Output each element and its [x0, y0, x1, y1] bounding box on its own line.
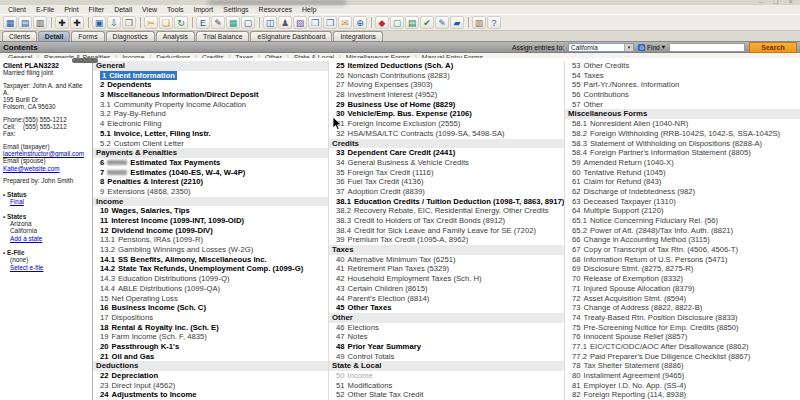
help-icon[interactable]: ? [487, 16, 501, 29]
contents-item-45[interactable]: 45Other Taxes [329, 303, 564, 313]
contents-item-58-3[interactable]: 58.3Statement of Withholding on Disposit… [565, 139, 800, 149]
notes-icon[interactable]: ▰ [450, 16, 464, 29]
print-icon[interactable]: ▥ [33, 16, 47, 29]
contents-item-48[interactable]: 48Prior Year Summary [329, 342, 564, 352]
contents-item-12[interactable]: 12Dividend Income (1099-DIV) [93, 226, 328, 236]
contents-item-51[interactable]: 51Modifications [329, 381, 564, 391]
email-taxpayer-link[interactable]: lacerteinstructor@gmail.com [3, 150, 84, 157]
contents-item-43[interactable]: 43Certain Children (8615) [329, 284, 564, 294]
contents-item-36[interactable]: 36Fuel Tax Credit (4136) [329, 177, 564, 187]
email-spouse-link[interactable]: Katie@website.com [3, 165, 60, 172]
contents-item-80[interactable]: 80Installment Agreement (9465) [565, 371, 800, 381]
contents-item-33[interactable]: 33Dependent Care Credit (2441) [329, 148, 564, 158]
contents-item-4[interactable]: 4Electronic Filing [93, 119, 328, 129]
dropdown-arrow-icon[interactable]: ▼ [624, 44, 633, 51]
contents-item-62[interactable]: 62Discharge of Indebtedness (982) [565, 187, 800, 197]
contents-item-20[interactable]: 20Passthrough K-1's [93, 342, 328, 352]
contents-item-3-1[interactable]: 3.1Community Property Income Allocation [93, 100, 328, 110]
contents-item-49[interactable]: 49Control Totals [329, 352, 564, 362]
monitor-icon[interactable]: ▢ [241, 16, 255, 29]
contents-item-16[interactable]: 16Business Income (Sch. C) [93, 303, 328, 313]
folder-open-icon[interactable]: ❒ [323, 16, 337, 29]
contents-item-44[interactable]: 44Parent's Election (8814) [329, 294, 564, 304]
contents-item-47[interactable]: 47Notes [329, 332, 564, 342]
contents-item-3-2[interactable]: 3.2Pay-By-Refund [93, 109, 328, 119]
tab-clients[interactable]: Clients [2, 31, 37, 41]
contents-item-35[interactable]: 35Foreign Tax Credit (1116) [329, 168, 564, 178]
import-download-icon[interactable]: ⇩ [107, 16, 121, 29]
contents-item-61[interactable]: 61Claim for Refund (843) [565, 177, 800, 187]
contents-item-78[interactable]: 78Tax Shelter Statement (8886) [565, 361, 800, 371]
organizer-folder-icon[interactable]: ❏ [159, 16, 173, 29]
contents-item-11[interactable]: 11Interest Income (1099-INT, 1099-OID) [93, 216, 328, 226]
contents-item-26[interactable]: 26Noncash Contributions (8283) [329, 71, 564, 81]
contents-item-7[interactable]: 7Estimates (1040-ES, W-4, W-4P) [93, 168, 328, 178]
menu-detail[interactable]: Detail [109, 6, 137, 13]
contents-item-30[interactable]: 30Vehicle/Emp. Bus. Expense (2106) [329, 109, 564, 119]
menu-settings[interactable]: Settings [218, 6, 253, 13]
contents-item-77-2[interactable]: 77.2Paid Preparer's Due Diligence Checkl… [565, 352, 800, 362]
contents-item-18[interactable]: 18Rental & Royalty Inc. (Sch. E) [93, 323, 328, 333]
select-efile-link[interactable]: Select e-file [10, 264, 43, 271]
find-button[interactable]: ◎ Find ▾ [638, 43, 665, 51]
contents-item-38-3[interactable]: 38.3Credit to Holders of Tax Credit Bond… [329, 216, 564, 226]
contents-item-1[interactable]: 1Client Information [93, 71, 328, 81]
contents-item-50[interactable]: 50Income [329, 371, 564, 381]
contents-item-63[interactable]: 63Deceased Taxpayer (1310) [565, 197, 800, 207]
contents-item-31[interactable]: 31Foreign Income Exclusion (2555) [329, 119, 564, 129]
contents-item-58-1[interactable]: 58.1Nonresident Alien (1040-NR) [565, 119, 800, 129]
contents-item-76[interactable]: 76Innocent Spouse Relief (8857) [565, 332, 800, 342]
client-status-icon[interactable]: ♟ [278, 16, 292, 29]
contents-item-28[interactable]: 28Investment Interest (4952) [329, 90, 564, 100]
contents-item-65-2[interactable]: 65.2Power of Att. (2848)/Tax Info. Auth.… [565, 226, 800, 236]
contents-item-34[interactable]: 34General Business & Vehicle Credits [329, 158, 564, 168]
tab-forms[interactable]: Forms [71, 31, 104, 41]
refresh-icon[interactable]: ↻ [174, 16, 188, 29]
menu-filter[interactable]: Filter [84, 6, 110, 13]
contents-item-10[interactable]: 10Wages, Salaries, Tips [93, 206, 328, 216]
contents-item-77-1[interactable]: 77.1EIC/CTC/ODC/AOC After Disallowance (… [565, 342, 800, 352]
contents-item-3[interactable]: 3Miscellaneous Information/Direct Deposi… [93, 90, 328, 100]
contents-item-14-1[interactable]: 14.1SS Benefits, Alimony, Miscellaneous … [93, 255, 328, 265]
menu-client[interactable]: Client [3, 6, 31, 13]
menu-tools[interactable]: Tools [162, 6, 188, 13]
pencil-icon[interactable]: ✎ [211, 16, 225, 29]
calendar-icon[interactable]: ▦ [226, 16, 240, 29]
contents-item-14-3[interactable]: 14.3Education Distributions (1099-Q) [93, 274, 328, 284]
contents-item-81[interactable]: 81Employer I.D. No. App. (SS-4) [565, 381, 800, 391]
contents-item-72[interactable]: 72Asset Acquisition Stmt. (8594) [565, 294, 800, 304]
contents-item-38-2[interactable]: 38.2Recovery Rebate, EIC, Residential En… [329, 206, 564, 216]
remote-desktop-icon[interactable]: ▢ [390, 16, 404, 29]
menu-print[interactable]: Print [59, 6, 83, 13]
chart-icon[interactable]: ◫ [263, 16, 277, 29]
contents-item-38-4[interactable]: 38.4Credit for Sick Leave and Family Lea… [329, 226, 564, 236]
contents-item-13-2[interactable]: 13.2Gambling Winnings and Losses (W-2G) [93, 245, 328, 255]
contents-item-64[interactable]: 64Multiple Support (2120) [565, 206, 800, 216]
esignature-check-icon[interactable]: ✔ [420, 16, 434, 29]
window-controls[interactable]: ─ ❐ ✕ [759, 0, 797, 5]
contents-item-13-1[interactable]: 13.1Pensions, IRAs (1099-R) [93, 235, 328, 245]
document-icon[interactable]: ❐ [122, 16, 136, 29]
menu-import[interactable]: Import [188, 6, 218, 13]
contents-item-66[interactable]: 66Change in Accounting Method (3115) [565, 235, 800, 245]
contents-item-29[interactable]: 29Business Use of Home (8829) [329, 100, 564, 110]
contents-item-68[interactable]: 68Information Return of U.S. Persons (54… [565, 255, 800, 265]
contents-item-46[interactable]: 46Elections [329, 323, 564, 333]
contents-item-5-1[interactable]: 5.1Invoice, Letter, Filing Instr. [93, 129, 328, 139]
forms-icon[interactable]: E [196, 16, 210, 29]
contents-item-57[interactable]: 57Other [565, 100, 800, 110]
contents-item-74[interactable]: 74Treaty-Based Rtn. Position Disclosure … [565, 313, 800, 323]
contents-item-42[interactable]: 42Household Employment Taxes (Sch. H) [329, 274, 564, 284]
contents-item-25[interactable]: 25Itemized Deductions (Sch. A) [329, 61, 564, 71]
contents-item-58-2[interactable]: 58.2Foreign Withholding (RRB-1042S, 1042… [565, 129, 800, 139]
add-client-icon[interactable]: ✚ [55, 16, 69, 29]
tab-detail[interactable]: Detail [38, 31, 71, 41]
contents-item-58-4[interactable]: 58.4Foreign Partner's Information Statem… [565, 148, 800, 158]
contents-item-67[interactable]: 67Copy or Transcript of Tax Rtn. (4506, … [565, 245, 800, 255]
tab-diagnostics[interactable]: Diagnostics [106, 31, 155, 41]
contents-item-56[interactable]: 56Contributions [565, 90, 800, 100]
menu-view[interactable]: View [137, 6, 162, 13]
rep-tools-icon[interactable]: ✂ [144, 16, 158, 29]
missing-data-icon[interactable]: ◆ [375, 16, 389, 29]
contents-item-17[interactable]: 17Dispositions [93, 313, 328, 323]
